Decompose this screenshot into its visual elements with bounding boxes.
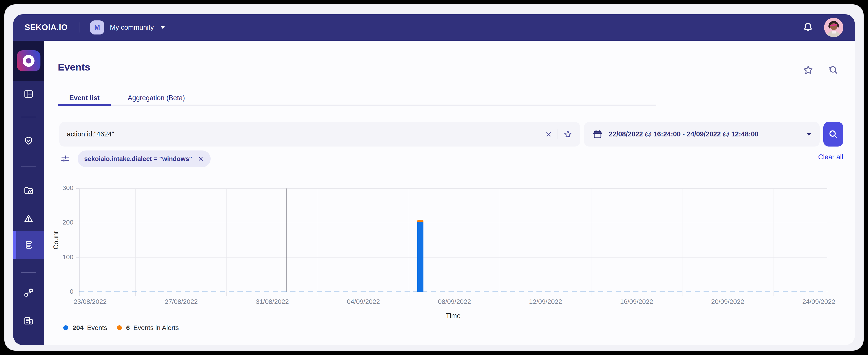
folder-alert-icon[interactable] xyxy=(23,185,34,196)
content: Events Event list Aggregation (Beta) xyxy=(44,41,855,345)
ytick-100 xyxy=(75,257,79,258)
gridline-x xyxy=(682,189,682,292)
xtick-stub xyxy=(773,292,773,296)
chart-bar-events[interactable] xyxy=(417,222,424,292)
gridline-x xyxy=(226,189,227,292)
ytick-label-200: 200 xyxy=(44,219,73,226)
sidebar-divider xyxy=(21,272,36,273)
chart-bar-events-in-alerts[interactable] xyxy=(417,220,424,222)
brand-logo: SEKOIA.IO xyxy=(25,23,68,32)
app-logo[interactable] xyxy=(17,50,40,71)
community-avatar[interactable]: M xyxy=(90,21,104,34)
sidebar-logo-section xyxy=(13,41,44,81)
legend-count-alerts: 6 xyxy=(126,324,130,331)
xtick-label-24/09/2022: 24/09/2022 xyxy=(793,298,845,305)
xtick-label-04/09/2022: 04/09/2022 xyxy=(337,298,390,305)
xtick-stub xyxy=(682,292,682,296)
gridline-y-100 xyxy=(79,257,827,258)
sidebar-divider xyxy=(21,117,36,117)
community-name[interactable]: My community xyxy=(110,24,154,31)
topbar: SEKOIA.IO M My community xyxy=(13,14,855,41)
xtick-label-27/08/2022: 27/08/2022 xyxy=(155,298,208,305)
gridline-x xyxy=(773,189,773,292)
chart: 010020030023/08/202227/08/202231/08/2022… xyxy=(44,41,855,345)
y-axis-line xyxy=(79,189,80,296)
zero-dashed-line xyxy=(79,292,827,292)
xtick-stub xyxy=(500,292,500,296)
xtick-label-20/09/2022: 20/09/2022 xyxy=(701,298,754,305)
xtick-stub xyxy=(226,292,227,296)
event-list-icon[interactable] xyxy=(23,240,34,250)
ytick-label-0: 0 xyxy=(44,288,73,295)
bell-icon[interactable] xyxy=(802,22,814,33)
gridline-x xyxy=(500,189,500,292)
gridline-x xyxy=(591,189,591,292)
dashboard-icon[interactable] xyxy=(23,89,34,99)
xtick-label-31/08/2022: 31/08/2022 xyxy=(246,298,299,305)
sidebar-divider xyxy=(21,166,36,166)
app-window: SEKOIA.IO M My community xyxy=(4,4,864,351)
xtick-label-23/08/2022: 23/08/2022 xyxy=(64,298,117,305)
gridline-y-200 xyxy=(79,223,827,223)
gridline-y-300 xyxy=(79,188,827,189)
xtick-label-12/09/2022: 12/09/2022 xyxy=(519,298,572,305)
xtick-stub xyxy=(409,292,409,296)
gridline-x xyxy=(409,189,409,292)
community-caret-down-icon[interactable] xyxy=(160,26,165,29)
ytick-200 xyxy=(75,223,79,223)
topbar-divider xyxy=(80,23,80,33)
legend-label-alerts: Events in Alerts xyxy=(133,324,179,331)
building-icon[interactable] xyxy=(23,316,34,326)
gridline-x xyxy=(135,189,136,292)
chart-cursor-line xyxy=(286,189,287,292)
gridline-x xyxy=(318,189,318,292)
xtick-stub xyxy=(318,292,318,296)
sidebar xyxy=(13,41,44,345)
x-axis-title: Time xyxy=(446,312,461,320)
app-logo-o-icon xyxy=(23,55,34,67)
legend-dot-alerts xyxy=(117,325,122,330)
sidebar-active-accent xyxy=(13,231,16,259)
y-axis-title: Count xyxy=(52,231,60,250)
legend-count-events: 204 xyxy=(72,324,84,331)
warning-triangle-icon[interactable] xyxy=(23,213,34,224)
xtick-label-16/09/2022: 16/09/2022 xyxy=(610,298,663,305)
user-avatar[interactable] xyxy=(824,18,843,37)
xtick-stub xyxy=(135,292,136,296)
ytick-label-300: 300 xyxy=(44,184,73,192)
plug-icon[interactable] xyxy=(23,288,34,298)
shield-check-icon[interactable] xyxy=(23,136,34,146)
xtick-stub xyxy=(591,292,591,296)
xtick-label-08/09/2022: 08/09/2022 xyxy=(428,298,481,305)
legend-label-events: Events xyxy=(87,324,107,331)
chart-legend: 204 Events 6 Events in Alerts xyxy=(63,324,188,331)
ytick-label-100: 100 xyxy=(44,253,73,261)
legend-dot-events xyxy=(63,325,68,330)
ytick-300 xyxy=(75,188,79,189)
